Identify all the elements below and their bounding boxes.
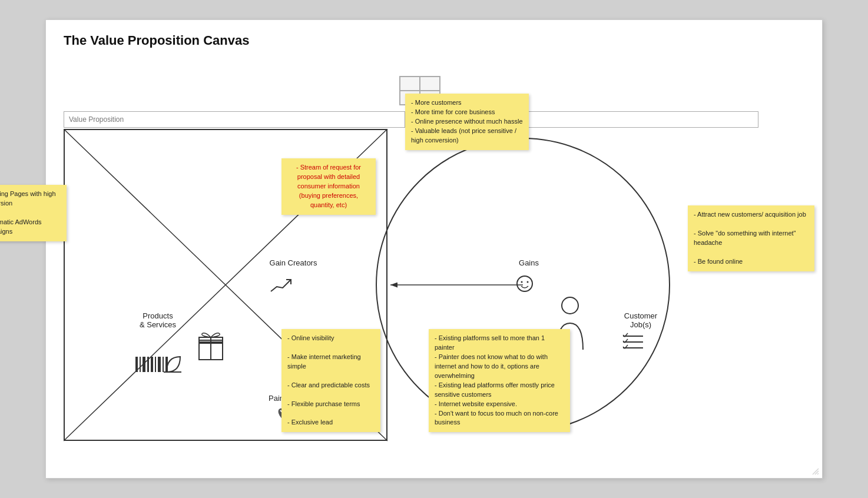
svg-point-22 bbox=[521, 281, 523, 283]
svg-line-33 bbox=[817, 473, 819, 474]
gift-icon bbox=[196, 329, 226, 367]
svg-point-30 bbox=[562, 297, 578, 314]
value-proposition-field[interactable] bbox=[64, 111, 405, 128]
canvas-icon-cell bbox=[420, 77, 440, 91]
svg-rect-18 bbox=[163, 357, 164, 372]
sticky-pains-right[interactable]: - Existing platforms sell to more than 1… bbox=[429, 329, 570, 432]
page-title: The Value Proposition Canvas bbox=[64, 33, 249, 48]
barcode-icon bbox=[134, 356, 181, 376]
svg-rect-15 bbox=[151, 357, 153, 372]
checklist-icon bbox=[622, 332, 644, 354]
svg-point-23 bbox=[527, 281, 529, 283]
canvas-container: The Value Proposition Canvas bbox=[45, 19, 823, 479]
gain-creators-label: Gain Creators bbox=[258, 258, 329, 267]
resize-handle[interactable] bbox=[811, 467, 820, 476]
svg-point-21 bbox=[517, 276, 532, 291]
sticky-pain-relievers[interactable]: - Online visibility - Make internet mark… bbox=[281, 329, 380, 432]
svg-rect-14 bbox=[147, 357, 149, 372]
trend-icon bbox=[270, 276, 293, 298]
svg-rect-13 bbox=[143, 357, 145, 372]
diagram-area: Gain Creators Pain Relievers Products& S… bbox=[64, 129, 800, 459]
sticky-gain-creators[interactable]: - Stream of request for proposal with de… bbox=[281, 158, 376, 215]
gains-label: Gains bbox=[505, 258, 552, 267]
customer-jobs-label: CustomerJob(s) bbox=[611, 311, 670, 329]
sticky-products-left[interactable]: - Landing Pages with high conversion - A… bbox=[0, 185, 67, 241]
svg-rect-11 bbox=[135, 357, 138, 372]
sticky-customer-jobs[interactable]: - Attract new customers/ acquisition job… bbox=[688, 205, 814, 271]
sticky-gains-top[interactable]: - More customers - More time for core bu… bbox=[405, 94, 529, 150]
smile-icon bbox=[516, 275, 534, 295]
canvas-icon-cell bbox=[400, 77, 420, 91]
svg-rect-16 bbox=[155, 357, 156, 372]
svg-rect-17 bbox=[158, 357, 161, 372]
svg-rect-12 bbox=[140, 357, 141, 372]
products-services-label: Products& Services bbox=[125, 311, 190, 329]
